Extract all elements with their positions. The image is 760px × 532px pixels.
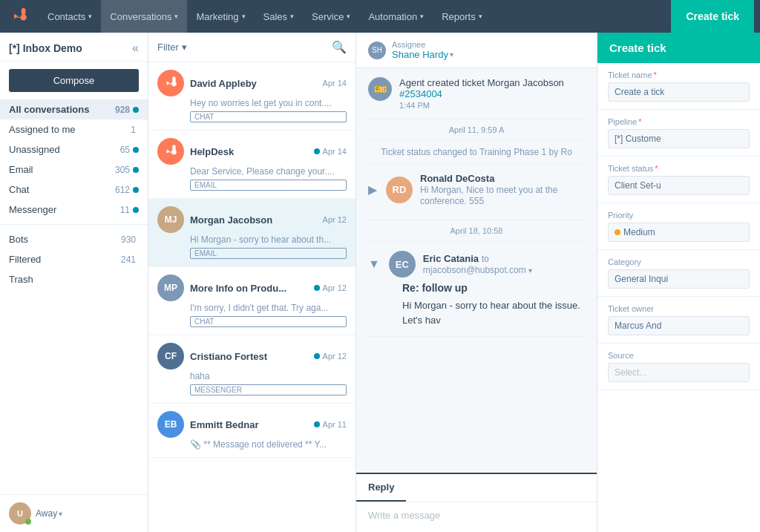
unread-dot xyxy=(133,187,139,193)
collapse-icon[interactable]: « xyxy=(132,42,139,55)
sidebar-item-email[interactable]: Email 305 xyxy=(0,160,148,180)
sidebar-item-all-conversations[interactable]: All conversations 928 xyxy=(0,99,148,119)
field-ticket-owner: Ticket owner Marcus And xyxy=(597,297,760,344)
filter-button[interactable]: Filter ▾ xyxy=(157,42,187,53)
field-pipeline: Pipeline * [*] Custome xyxy=(597,110,760,157)
sidebar-item-bots[interactable]: Bots 930 xyxy=(0,229,148,249)
reports-caret: ▾ xyxy=(479,13,482,20)
conv-item-morgan-jacobson[interactable]: MJ Morgan Jacobson Apr 12 Hi Morgan - so… xyxy=(148,199,356,267)
online-indicator xyxy=(25,519,31,525)
conv-avatar: EB xyxy=(157,411,184,438)
nav-contacts[interactable]: Contacts ▾ xyxy=(39,0,101,33)
thread-status-change: Ticket status changed to Training Phase … xyxy=(368,141,585,164)
nav-sales[interactable]: Sales ▾ xyxy=(255,0,304,33)
assignee-caret-icon: ▾ xyxy=(450,50,453,59)
sidebar-item-chat[interactable]: Chat 612 xyxy=(0,180,148,200)
msg-body: Hi Morgan - sorry to hear about the issu… xyxy=(368,298,585,327)
unread-dot xyxy=(314,285,320,291)
conv-info: More Info on Produ... Apr 12 xyxy=(190,283,347,294)
top-navigation: Contacts ▾ Conversations ▾ Marketing ▾ S… xyxy=(0,0,760,33)
required-indicator: * xyxy=(655,164,658,173)
sidebar-item-unassigned[interactable]: Unassigned 65 xyxy=(0,139,148,160)
field-priority: Priority Medium xyxy=(597,203,760,250)
sidebar-item-messenger[interactable]: Messenger 11 xyxy=(0,200,148,220)
expand-icon[interactable]: ▶ xyxy=(368,183,377,197)
message-ronald-decosta: ▶ RD Ronald DeCosta Hi Morgan, Nice to m… xyxy=(368,164,585,220)
nav-automation[interactable]: Automation ▾ xyxy=(359,0,433,33)
msg-subject: Re: follow up xyxy=(368,282,585,294)
unread-dot xyxy=(314,353,320,359)
nav-marketing[interactable]: Marketing ▾ xyxy=(187,0,254,33)
nav-service[interactable]: Service ▾ xyxy=(303,0,359,33)
conv-item-helpdesk[interactable]: HelpDesk Apr 14 Dear Service, Please cha… xyxy=(148,131,356,199)
nav-conversations[interactable]: Conversations ▾ xyxy=(101,0,187,33)
ticket-status-select[interactable]: Client Set-u xyxy=(608,176,750,195)
unread-dot xyxy=(133,147,139,153)
marketing-caret: ▾ xyxy=(242,13,246,20)
source-select[interactable]: Select... xyxy=(608,363,750,382)
field-ticket-status: Ticket status * Client Set-u xyxy=(597,157,760,203)
thread-event-ticket-created: 🎫 Agent created ticket Morgan Jacobson #… xyxy=(368,68,585,119)
automation-caret: ▾ xyxy=(420,13,424,20)
contacts-caret: ▾ xyxy=(88,13,92,20)
service-caret: ▾ xyxy=(347,13,350,20)
reply-input[interactable]: Write a message xyxy=(356,502,597,532)
search-button[interactable]: 🔍 xyxy=(332,40,347,54)
inbox-title: [*] Inbox Demo xyxy=(9,42,129,54)
recipient-caret-icon: ▾ xyxy=(528,266,532,275)
thread-date-divider-2: April 18, 10:58 xyxy=(368,220,585,242)
conv-tag: MESSENGER xyxy=(190,384,347,395)
conv-item-more-info[interactable]: MP More Info on Produ... Apr 12 I'm sorr… xyxy=(148,267,356,335)
compose-button[interactable]: Compose xyxy=(9,69,139,92)
sidebar-item-trash[interactable]: Trash xyxy=(0,269,148,289)
nav-reports[interactable]: Reports ▾ xyxy=(433,0,491,33)
assignee-info: Assignee Shane Hardy ▾ xyxy=(392,40,453,60)
ticket-icon: 🎫 xyxy=(368,77,392,101)
conv-info: David Appleby Apr 14 xyxy=(190,78,347,89)
user-avatar-wrapper: U xyxy=(9,502,31,525)
conv-item-cristiano-fortest[interactable]: CF Cristiano Fortest Apr 12 haha MESSEN xyxy=(148,335,356,404)
ticket-name-input[interactable]: Create a tick xyxy=(608,82,750,102)
unread-dot xyxy=(314,421,320,427)
field-ticket-name: Ticket name * Create a tick xyxy=(597,63,760,110)
reply-area: Reply Write a message xyxy=(356,473,597,532)
status-label: Away xyxy=(36,508,57,519)
conv-info: Morgan Jacobson Apr 12 xyxy=(190,214,347,226)
sales-caret: ▾ xyxy=(290,13,294,20)
thread-date-divider: April 11, 9:59 A xyxy=(368,119,585,141)
filter-caret-icon: ▾ xyxy=(182,42,187,53)
unread-dot xyxy=(133,207,139,213)
conversations-caret: ▾ xyxy=(174,13,178,20)
ticket-owner-input[interactable]: Marcus And xyxy=(608,316,750,335)
thread-main: SH Assignee Shane Hardy ▾ 🎫 Agent create… xyxy=(356,33,597,532)
panel-header[interactable]: Create tick xyxy=(597,33,760,63)
msg-avatar: RD xyxy=(386,177,413,203)
sidebar-header: [*] Inbox Demo « xyxy=(0,33,148,62)
sidebar-item-filtered[interactable]: Filtered 241 xyxy=(0,249,148,269)
conv-item-emmitt-bednar[interactable]: EB Emmitt Bednar Apr 11 📎 ** Message not… xyxy=(148,404,356,458)
assignee-name[interactable]: Shane Hardy xyxy=(392,49,448,60)
sidebar-footer[interactable]: U Away ▾ xyxy=(0,494,148,532)
msg-avatar: EC xyxy=(389,251,416,278)
conv-tag: CHAT xyxy=(190,316,347,327)
collapse-icon[interactable]: ▼ xyxy=(368,257,380,271)
reply-tab[interactable]: Reply xyxy=(356,474,406,502)
create-ticket-button[interactable]: Create tick xyxy=(671,0,754,33)
priority-select[interactable]: Medium xyxy=(608,223,750,242)
priority-dot xyxy=(615,229,620,235)
conv-list-header: Filter ▾ 🔍 xyxy=(148,33,356,62)
pipeline-select[interactable]: [*] Custome xyxy=(608,129,750,148)
field-source: Source Select... xyxy=(597,344,760,390)
unread-dot xyxy=(133,107,139,113)
thread-header: SH Assignee Shane Hardy ▾ xyxy=(356,33,597,68)
right-panel: Create tick Ticket name * Create a tick … xyxy=(597,33,760,532)
conv-item-david-appleby[interactable]: David Appleby Apr 14 Hey no worries let … xyxy=(148,62,356,131)
hubspot-logo[interactable] xyxy=(6,3,33,30)
status-caret: ▾ xyxy=(59,510,62,518)
conv-tag: CHAT xyxy=(190,111,347,122)
required-indicator: * xyxy=(638,117,641,126)
category-select[interactable]: General Inqui xyxy=(608,269,750,289)
conv-avatar: CF xyxy=(157,343,184,370)
conversation-list: Filter ▾ 🔍 David Appleby Apr 14 xyxy=(148,33,356,532)
sidebar-item-assigned-to-me[interactable]: Assigned to me 1 xyxy=(0,119,148,139)
